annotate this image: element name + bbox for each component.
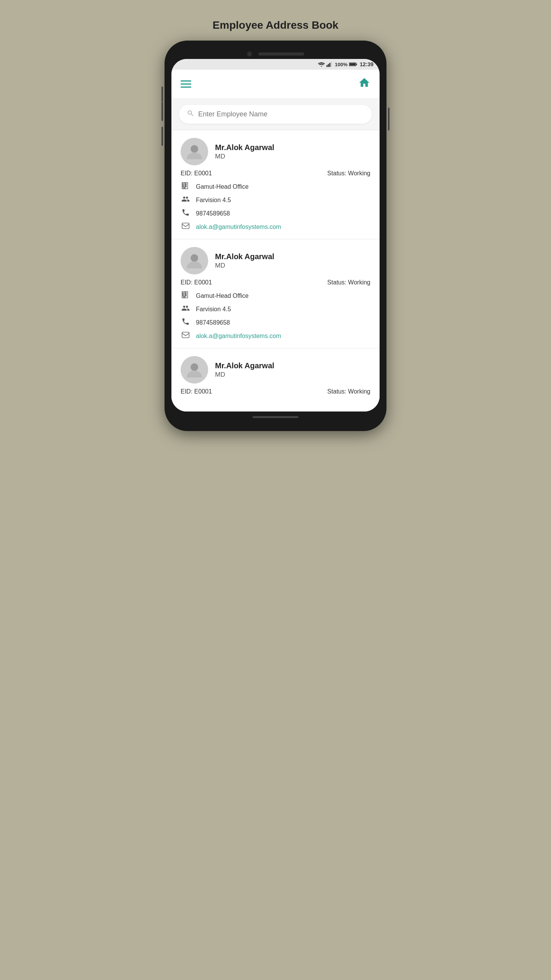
avatar-icon [185,251,204,270]
svg-rect-26 [186,296,186,296]
svg-point-29 [191,363,198,371]
volume-up-button [161,102,163,121]
svg-rect-0 [326,65,328,67]
phone-icon [181,317,191,328]
department-name: Farvision 4.5 [196,306,231,313]
avatar [181,138,208,165]
front-camera [247,51,252,57]
back-button [161,87,163,102]
employee-email[interactable]: alok.a@gamutinfosystems.com [196,224,281,230]
office-row: Gamut-Head Office [181,181,370,192]
svg-rect-15 [186,186,186,187]
employee-name: Mr.Alok Agarwal [215,252,274,261]
svg-rect-22 [183,294,184,295]
battery-icon [349,62,357,67]
phone-frame: 100% 12:39 [165,41,386,431]
wifi-icon [318,62,325,67]
employee-id: EID: E0001 [181,170,212,177]
office-name: Gamut-Head Office [196,292,249,299]
svg-rect-27 [184,297,185,298]
phone-number: 9874589658 [196,319,230,326]
phone-row: 9874589658 [181,208,370,219]
employee-status: Status: Working [327,388,370,395]
office-name: Gamut-Head Office [196,183,249,190]
employee-header: Mr.Alok Agarwal MD [181,247,370,274]
employee-details: Gamut-Head Office Farvision 4.5 [181,291,370,341]
employee-name-role: Mr.Alok Agarwal MD [215,143,274,160]
phone-number: 9874589658 [196,210,230,217]
svg-rect-11 [183,185,184,186]
employee-name-role: Mr.Alok Agarwal MD [215,361,274,379]
svg-rect-14 [186,185,186,186]
home-bar [253,416,298,418]
employee-email[interactable]: alok.a@gamutinfosystems.com [196,333,281,340]
email-row: alok.a@gamutinfosystems.com [181,222,370,232]
top-nav-bar [171,70,380,99]
employee-meta: EID: E0001 Status: Working [181,170,370,177]
employee-header: Mr.Alok Agarwal MD [181,356,370,384]
svg-rect-6 [349,63,355,65]
employee-role: MD [215,153,274,160]
employee-card[interactable]: Mr.Alok Agarwal MD EID: E0001 Status: Wo… [171,348,380,412]
employee-status: Status: Working [327,279,370,286]
svg-rect-17 [182,223,189,229]
avatar [181,356,208,384]
employee-role: MD [215,371,274,379]
avatar-icon [185,142,204,161]
home-button[interactable] [358,77,370,91]
avatar-icon [185,360,204,379]
employee-id: EID: E0001 [181,388,212,395]
phone-screen: 100% 12:39 [171,59,380,412]
phone-row: 9874589658 [181,317,370,328]
employee-header: Mr.Alok Agarwal MD [181,138,370,165]
phone-speaker [258,52,304,56]
svg-rect-25 [186,294,186,295]
signal-icons: 100% [318,62,357,67]
employee-status: Status: Working [327,170,370,177]
department-row: Farvision 4.5 [181,304,370,314]
department-row: Farvision 4.5 [181,195,370,205]
phone-bottom-bar [171,412,380,420]
email-row: alok.a@gamutinfosystems.com [181,331,370,341]
svg-rect-1 [328,64,329,67]
phone-notch [171,47,380,59]
employee-details: Gamut-Head Office Farvision 4.5 [181,181,370,232]
svg-rect-28 [182,332,189,338]
svg-rect-3 [331,62,332,67]
search-container [179,105,372,124]
power-button [388,108,390,131]
svg-rect-23 [183,296,184,296]
building-icon [181,291,191,301]
department-name: Farvision 4.5 [196,197,231,204]
page-title: Employee Address Book [213,19,339,31]
building-icon [181,181,191,192]
employee-id: EID: E0001 [181,279,212,286]
group-icon [181,195,191,205]
time-display: 12:39 [360,61,373,67]
svg-rect-12 [183,186,184,187]
avatar [181,247,208,274]
hamburger-menu-button[interactable] [181,80,191,88]
svg-point-18 [191,254,198,262]
employee-card[interactable]: Mr.Alok Agarwal MD EID: E0001 Status: Wo… [171,239,380,348]
employee-meta: EID: E0001 Status: Working [181,279,370,286]
employee-meta: EID: E0001 Status: Working [181,388,370,395]
signal-icon [326,62,333,67]
volume-down-button [161,127,163,146]
svg-rect-21 [183,293,184,294]
employee-name-role: Mr.Alok Agarwal MD [215,252,274,270]
email-icon [181,222,191,232]
search-input[interactable] [198,110,364,118]
employee-card[interactable]: Mr.Alok Agarwal MD EID: E0001 Status: Wo… [171,130,380,239]
svg-rect-5 [356,64,357,65]
employee-cards-container: Mr.Alok Agarwal MD EID: E0001 Status: Wo… [171,130,380,412]
employee-role: MD [215,262,274,270]
group-icon [181,304,191,314]
employee-name: Mr.Alok Agarwal [215,361,274,370]
svg-rect-16 [184,188,185,189]
office-row: Gamut-Head Office [181,291,370,301]
svg-point-7 [191,145,198,153]
phone-icon [181,208,191,219]
employee-name: Mr.Alok Agarwal [215,143,274,152]
svg-rect-24 [186,293,186,294]
